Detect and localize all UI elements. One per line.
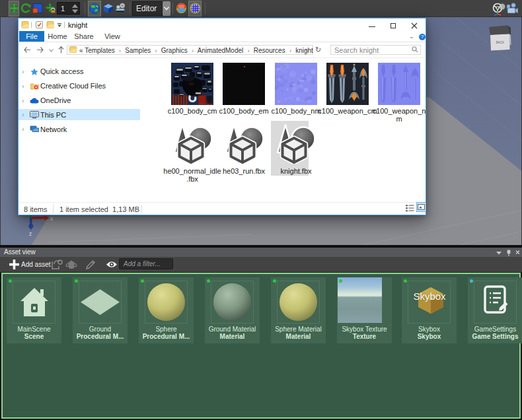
svg-text:x: x <box>50 215 54 222</box>
svg-text:BACK: BACK <box>496 41 504 44</box>
svg-text:z: z <box>29 230 32 236</box>
